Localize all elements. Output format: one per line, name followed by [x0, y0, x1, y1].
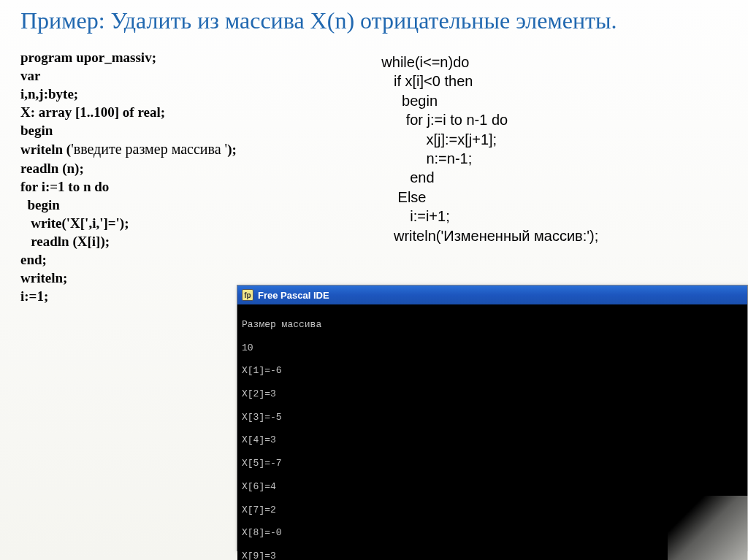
- code-line: while(i<=n)do: [381, 53, 728, 72]
- code-line: x[j]:=x[j+1];: [381, 130, 728, 149]
- output-line: X[9]=3: [242, 551, 743, 560]
- code-line: for j:=i to n-1 do: [381, 110, 728, 129]
- output-line: X[5]=-7: [242, 458, 743, 469]
- code-line: end;: [20, 250, 367, 269]
- code-line: Else: [381, 188, 728, 207]
- output-line: X[6]=4: [242, 481, 743, 493]
- output-line: X[2]=3: [242, 388, 743, 400]
- output-line: X[1]=-6: [242, 365, 743, 377]
- ide-titlebar: fp Free Pascal IDE: [237, 285, 747, 304]
- output-line: X[7]=2: [242, 505, 743, 516]
- code-line: program upor_massiv;: [20, 48, 367, 66]
- code-line: readln (X[i]);: [20, 232, 367, 250]
- slide: Пример: Удалить из массива X(n) отрицате…: [0, 0, 748, 560]
- code-line: if x[i]<0 then: [381, 72, 728, 91]
- code-line: begin: [20, 121, 367, 139]
- ide-window: fp Free Pascal IDE Размер массива 10 X[1…: [237, 285, 748, 551]
- output-line: 10: [242, 342, 743, 354]
- code-line: i:=i+1;: [381, 207, 728, 226]
- code-line: var: [20, 66, 367, 85]
- code-left-column: program upor_massiv; var i,n,j:byte; X: …: [20, 48, 367, 305]
- ide-title-text: Free Pascal IDE: [258, 290, 329, 301]
- code-right-column: while(i<=n)do if x[i]<0 then begin for j…: [381, 48, 728, 305]
- output-line: X[4]=3: [242, 434, 743, 446]
- code-line: writeln ('введите размер массива ');: [20, 139, 367, 158]
- code-line: readln (n);: [20, 159, 367, 177]
- code-line: writeln('Измененный массив:');: [381, 226, 728, 245]
- code-line: for i:=1 to n do: [20, 177, 367, 196]
- code-line: end: [381, 168, 728, 187]
- code-line: begin: [20, 196, 367, 214]
- output-line: X[8]=-0: [242, 527, 743, 539]
- slide-title: Пример: Удалить из массива X(n) отрицате…: [20, 6, 728, 35]
- code-line: write('X[',i,']=');: [20, 214, 367, 232]
- ide-output: Размер массива 10 X[1]=-6 X[2]=3 X[3]=-5…: [237, 304, 747, 560]
- code-line: begin: [381, 91, 728, 110]
- code-line: i,n,j:byte;: [20, 85, 367, 103]
- output-line: Размер массива: [242, 319, 743, 331]
- code-line: X: array [1..100] of real;: [20, 103, 367, 121]
- content-area: program upor_massiv; var i,n,j:byte; X: …: [20, 48, 728, 305]
- code-line: n:=n-1;: [381, 149, 728, 168]
- output-line: X[3]=-5: [242, 412, 743, 423]
- ide-app-icon: fp: [242, 289, 253, 301]
